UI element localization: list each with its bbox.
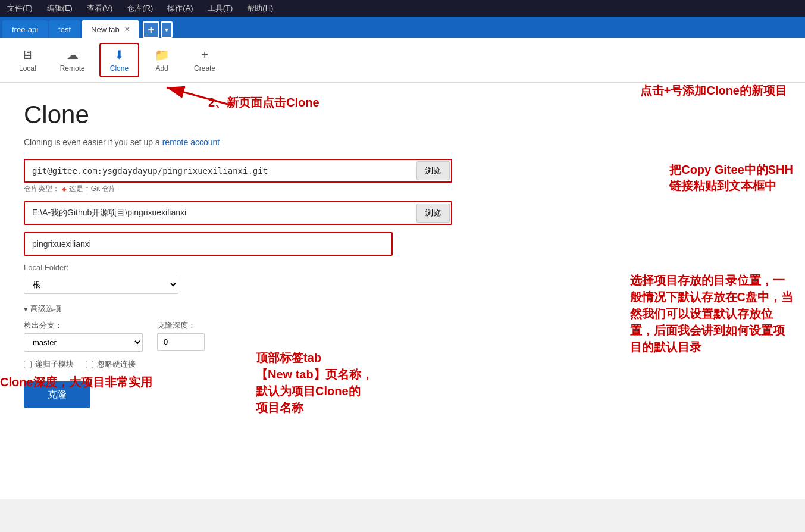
tab-close-icon[interactable]: ✕ bbox=[124, 26, 130, 33]
tab-new-tab[interactable]: New tab ✕ bbox=[82, 20, 139, 38]
checkboxes: 递归子模块 忽略硬连接 bbox=[24, 359, 781, 370]
name-input-row bbox=[24, 232, 393, 256]
remote-icon: ☁ bbox=[67, 48, 79, 62]
hardlink-label: 忽略硬连接 bbox=[97, 359, 136, 370]
hardlink-checkbox-label[interactable]: 忽略硬连接 bbox=[86, 359, 136, 370]
tab-test[interactable]: test bbox=[49, 20, 80, 38]
tab-label: New tab bbox=[91, 25, 120, 34]
tabs-bar: free-api test New tab ✕ + ▾ bbox=[0, 17, 805, 38]
url-form-group: 浏览 仓库类型： ◆ 这是 ↑ Git 仓库 bbox=[24, 159, 781, 194]
url-input-row: 浏览 bbox=[24, 159, 452, 183]
local-folder-label: Local Folder: bbox=[24, 263, 781, 272]
depth-input[interactable] bbox=[157, 333, 205, 351]
toolbar-add-button[interactable]: 📁 Add bbox=[144, 44, 180, 76]
branch-label: 检出分支： bbox=[24, 320, 143, 331]
tab-actions: + ▾ bbox=[143, 21, 173, 38]
chevron-down-icon: ▾ bbox=[24, 305, 28, 314]
create-icon: + bbox=[201, 48, 208, 62]
local-label: Local bbox=[19, 64, 36, 73]
toolbar: 🖥 Local ☁ Remote ⬇ Clone 📁 Add + Create bbox=[0, 38, 805, 83]
recursive-checkbox[interactable] bbox=[24, 361, 32, 368]
toolbar-remote-button[interactable]: ☁ Remote bbox=[51, 44, 95, 76]
annotation-2: 点击+号添加Clone的新项目 bbox=[640, 83, 787, 99]
add-icon: 📁 bbox=[155, 48, 170, 62]
menu-item-tools[interactable]: 工具(T) bbox=[205, 2, 236, 15]
menu-item-action[interactable]: 操作(A) bbox=[165, 2, 195, 15]
clone-button[interactable]: 克隆 bbox=[24, 381, 90, 408]
path-form-group: 浏览 bbox=[24, 201, 781, 225]
content-area: Clone Cloning is even easier if you set … bbox=[0, 83, 805, 499]
advanced-fields: 检出分支： master 克隆深度： bbox=[24, 320, 781, 352]
hardlink-checkbox[interactable] bbox=[86, 361, 93, 368]
clone-icon: ⬇ bbox=[114, 48, 124, 62]
menu-item-help[interactable]: 帮助(H) bbox=[245, 2, 275, 15]
name-form-group bbox=[24, 232, 781, 256]
page-title: Clone bbox=[24, 101, 781, 129]
create-label: Create bbox=[194, 64, 215, 73]
tab-free-api[interactable]: free-api bbox=[2, 20, 48, 38]
tab-dropdown-button[interactable]: ▾ bbox=[161, 21, 173, 38]
repo-type-info: 仓库类型： ◆ 这是 ↑ Git 仓库 bbox=[24, 184, 781, 194]
advanced-section: ▾ 高级选项 检出分支： master 克隆深度： 递归子模块 忽略硬连 bbox=[24, 303, 781, 370]
recursive-checkbox-label[interactable]: 递归子模块 bbox=[24, 359, 74, 370]
tab-label: free-api bbox=[12, 25, 38, 34]
toolbar-local-button[interactable]: 🖥 Local bbox=[10, 45, 46, 76]
project-name-input[interactable] bbox=[26, 234, 390, 254]
depth-field-group: 克隆深度： bbox=[157, 320, 205, 351]
folder-input-row: 浏览 bbox=[24, 201, 452, 225]
toolbar-create-button[interactable]: + Create bbox=[184, 45, 225, 76]
add-label: Add bbox=[155, 64, 168, 73]
toolbar-clone-button[interactable]: ⬇ Clone bbox=[99, 43, 139, 77]
branch-field-group: 检出分支： master bbox=[24, 320, 143, 352]
tab-label: test bbox=[58, 25, 71, 34]
depth-label: 克隆深度： bbox=[157, 320, 205, 331]
remote-label: Remote bbox=[60, 64, 85, 73]
menu-item-repo[interactable]: 仓库(R) bbox=[124, 2, 155, 15]
browse-button-1[interactable]: 浏览 bbox=[416, 161, 450, 180]
advanced-toggle[interactable]: ▾ 高级选项 bbox=[24, 303, 781, 314]
url-input[interactable] bbox=[26, 161, 412, 180]
subtitle: Cloning is even easier if you set up a r… bbox=[24, 137, 781, 147]
local-icon: 🖥 bbox=[21, 48, 33, 62]
recursive-label: 递归子模块 bbox=[35, 359, 74, 370]
local-folder-select[interactable]: 根 bbox=[24, 276, 178, 294]
local-path-input[interactable] bbox=[26, 204, 412, 223]
diamond-icon: ◆ bbox=[62, 186, 67, 192]
browse-button-2[interactable]: 浏览 bbox=[416, 204, 450, 223]
tab-add-button[interactable]: + bbox=[143, 21, 159, 38]
menu-item-file[interactable]: 文件(F) bbox=[5, 2, 35, 15]
menu-item-view[interactable]: 查看(V) bbox=[84, 2, 115, 15]
clone-label: Clone bbox=[110, 64, 129, 73]
remote-account-link[interactable]: remote account bbox=[162, 137, 220, 147]
menu-bar: 文件(F) 编辑(E) 查看(V) 仓库(R) 操作(A) 工具(T) 帮助(H… bbox=[0, 0, 805, 17]
branch-select[interactable]: master bbox=[24, 333, 143, 352]
menu-item-edit[interactable]: 编辑(E) bbox=[45, 2, 75, 15]
